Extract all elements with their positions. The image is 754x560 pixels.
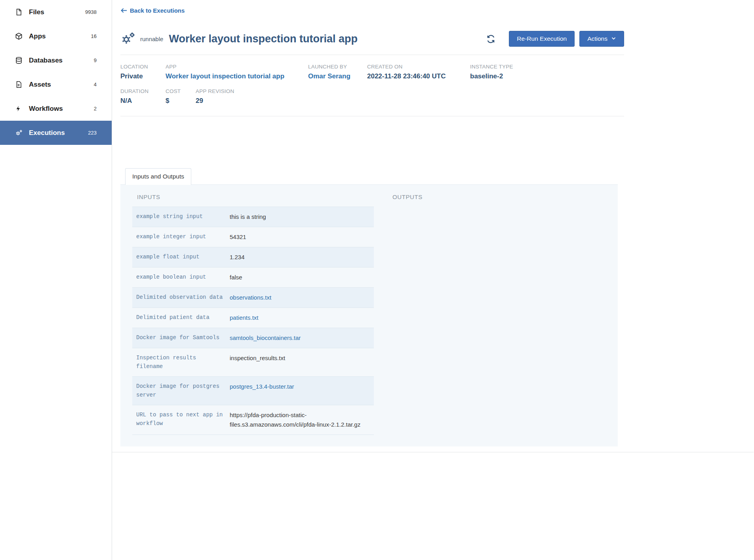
meta-row-2: DURATION N/A COST $ APP REVISION 29	[120, 88, 624, 105]
sidebar-item-label: Assets	[29, 81, 51, 89]
input-row: Delimited observation data observations.…	[132, 288, 374, 308]
input-row: Inspection results filename inspection_r…	[132, 348, 374, 377]
sidebar-item-count: 16	[91, 33, 97, 39]
inputs-heading: INPUTS	[137, 194, 388, 200]
input-row: Docker image for Samtools samtools_bioco…	[132, 328, 374, 348]
sidebar-item-count: 223	[88, 130, 97, 136]
input-name: URL to pass to next app in workflow	[136, 410, 226, 429]
meta-field-label: COST	[166, 88, 190, 94]
meta-field-value: 29	[196, 97, 234, 105]
meta-field-label: LOCATION	[120, 64, 160, 70]
file-icon	[15, 8, 26, 16]
input-value-file-link[interactable]: patients.txt	[226, 313, 370, 323]
refresh-icon[interactable]	[485, 33, 497, 45]
main-content: Back to Executions runnable Worker layou	[112, 0, 754, 560]
tab-bar: Inputs and Outputs	[120, 168, 624, 185]
rerun-execution-button[interactable]: Re-Run Execution	[509, 31, 575, 47]
meta-field: CREATED ON 2022-11-28 23:46:40 UTC	[367, 64, 470, 80]
input-name: example float input	[136, 252, 226, 262]
meta-field: LAUNCHED BY Omar Serang	[308, 64, 367, 80]
sidebar-item-label: Databases	[29, 57, 63, 65]
inputs-outputs-panel: INPUTS example string input this is a st…	[120, 184, 618, 446]
meta-field-label: APP	[166, 64, 303, 70]
input-row: URL to pass to next app in workflow http…	[132, 405, 374, 435]
rerun-button-label: Re-Run Execution	[517, 35, 567, 42]
sidebar-item-assets[interactable]: Assets 4	[0, 72, 112, 97]
sidebar-item-label: Files	[29, 8, 44, 16]
input-row: example integer input 54321	[132, 227, 374, 247]
input-name: Docker image for postgres server	[136, 382, 226, 400]
execution-metadata: LOCATION Private APP Worker layout inspe…	[120, 55, 624, 116]
meta-row-1: LOCATION Private APP Worker layout inspe…	[120, 64, 624, 80]
input-value: https://pfda-production-static-files.s3.…	[226, 410, 370, 429]
asset-icon	[15, 81, 26, 88]
gears-app-icon	[120, 31, 136, 47]
bottom-divider	[112, 452, 754, 452]
input-name: example boolean input	[136, 273, 226, 282]
input-value-file-link[interactable]: samtools_biocontainers.tar	[226, 333, 370, 343]
back-link-label: Back to Executions	[130, 7, 185, 14]
inputs-column: INPUTS example string input this is a st…	[132, 191, 388, 442]
input-name: Delimited observation data	[136, 293, 226, 302]
meta-field: APP REVISION 29	[196, 88, 240, 105]
sidebar-item-files[interactable]: Files 9938	[0, 0, 112, 24]
back-arrow-icon	[120, 8, 127, 13]
sidebar-item-count: 9	[94, 57, 97, 63]
input-value: this is a string	[226, 212, 370, 222]
sidebar-item-apps[interactable]: Apps 16	[0, 24, 112, 48]
cube-icon	[15, 32, 26, 40]
back-to-executions-link[interactable]: Back to Executions	[120, 7, 185, 14]
meta-field: INSTANCE TYPE baseline-2	[470, 64, 519, 80]
meta-field-label: CREATED ON	[367, 64, 465, 70]
meta-field-value: $	[166, 97, 190, 105]
sidebar: Files 9938 Apps 16 Databases 9 Assets 4 …	[0, 0, 112, 560]
actions-button[interactable]: Actions	[579, 31, 624, 47]
sidebar-item-databases[interactable]: Databases 9	[0, 48, 112, 72]
input-value: 1.234	[226, 252, 370, 262]
meta-field-value[interactable]: Worker layout inspection tutorial app	[166, 72, 303, 80]
input-value: false	[226, 273, 370, 282]
meta-field: APP Worker layout inspection tutorial ap…	[166, 64, 308, 80]
inputs-table: example string input this is a string ex…	[132, 207, 374, 435]
input-value-file-link[interactable]: observations.txt	[226, 293, 370, 302]
input-row: Docker image for postgres server postgre…	[132, 377, 374, 405]
sidebar-item-count: 2	[94, 106, 97, 112]
input-row: example float input 1.234	[132, 247, 374, 268]
bolt-icon	[15, 105, 26, 112]
actions-button-label: Actions	[587, 35, 607, 42]
meta-field-label: APP REVISION	[196, 88, 234, 94]
input-name: Inspection results filename	[136, 353, 226, 371]
input-row: example string input this is a string	[132, 207, 374, 227]
meta-field-label: LAUNCHED BY	[308, 64, 362, 70]
sidebar-item-label: Executions	[29, 129, 65, 137]
sidebar-item-count: 9938	[85, 9, 97, 15]
meta-field: COST $	[166, 88, 196, 105]
page-title: Worker layout inspection tutorial app	[169, 33, 358, 45]
tab-inputs-and-outputs[interactable]: Inputs and Outputs	[125, 168, 191, 185]
meta-field-label: INSTANCE TYPE	[470, 64, 513, 70]
gears-icon	[15, 129, 26, 137]
execution-header: runnable Worker layout inspection tutori…	[120, 31, 624, 55]
sidebar-item-workflows[interactable]: Workflows 2	[0, 97, 112, 121]
meta-field: DURATION N/A	[120, 88, 166, 105]
input-row: example boolean input false	[132, 268, 374, 288]
input-name: Docker image for Samtools	[136, 333, 226, 343]
sidebar-item-count: 4	[94, 82, 97, 87]
meta-field-value[interactable]: Omar Serang	[308, 72, 362, 80]
meta-field: LOCATION Private	[120, 64, 166, 80]
runnable-badge: runnable	[140, 36, 163, 42]
meta-field-value: baseline-2	[470, 72, 513, 80]
meta-field-value: Private	[120, 72, 160, 80]
input-value: inspection_results.txt	[226, 353, 370, 371]
meta-field-label: DURATION	[120, 88, 160, 94]
database-icon	[15, 57, 26, 64]
sidebar-item-executions[interactable]: Executions 223	[0, 121, 112, 145]
input-value-file-link[interactable]: postgres_13.4-buster.tar	[226, 382, 370, 400]
sidebar-item-label: Apps	[29, 32, 46, 40]
meta-field-value: N/A	[120, 97, 160, 105]
input-name: example string input	[136, 212, 226, 222]
input-value: 54321	[226, 232, 370, 242]
chevron-down-icon	[611, 35, 616, 42]
input-name: example integer input	[136, 232, 226, 242]
sidebar-nav: Files 9938 Apps 16 Databases 9 Assets 4 …	[0, 0, 112, 145]
